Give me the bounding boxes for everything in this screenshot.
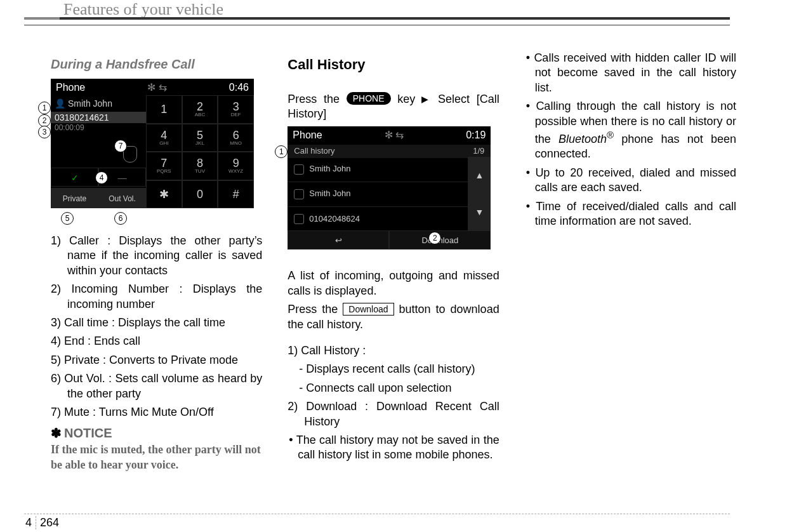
keypad: 1 2ABC 3DEF 4GHI 5JKL 6MNO 7PQRS 8TUV 9W… <box>146 95 254 208</box>
handsfree-screenshot: Phone ✻ ⇆ 0:46 👤 Smith John 03180214621 … <box>51 79 254 208</box>
callout-4: 4 <box>95 171 108 184</box>
column-3: Calls received with hidden caller ID wil… <box>525 51 736 488</box>
content-columns: During a Handsfree Call Phone ✻ ⇆ 0:46 👤… <box>51 51 736 488</box>
col1-heading: During a Handsfree Call <box>51 56 262 72</box>
accept-icon: ✓ <box>51 168 98 187</box>
col2-p2: A list of incoming, outgoing and missed … <box>288 269 499 298</box>
col3-b1: Calls received with hidden caller ID wil… <box>525 51 736 95</box>
scroll-down-icon: ▼ <box>468 194 491 230</box>
col2-item-1a: - Displays recent calls (call history) <box>299 362 499 376</box>
col1-item-2: 2) Incoming Number : Displays the incomi… <box>51 282 262 312</box>
phone-time: 00:00:09 <box>51 123 146 133</box>
col1-item-7: 7) Mute : Turns Mic Mute On/Off <box>51 405 262 420</box>
phone2-title: Phone <box>293 129 322 142</box>
header-title: Features of your vehicle <box>63 0 223 19</box>
notice-label: ✽NOTICE <box>51 425 262 441</box>
col2-p3: Press the Download button to download th… <box>288 302 499 332</box>
col1-item-3: 3) Call time : Displays the call time <box>51 316 262 330</box>
col3-b2: Calling through the call history is not … <box>525 99 736 162</box>
history-item-3: 01042048624 <box>309 214 360 225</box>
history-item-2: Smith John <box>309 189 350 199</box>
col1-item-1: 1) Caller : Displays the other party’s n… <box>51 234 262 278</box>
col1-item-5: 5) Private : Converts to Private mode <box>51 353 262 368</box>
col1-list: 1) Caller : Displays the other party’s n… <box>51 234 262 420</box>
col1-item-6: 6) Out Vol. : Sets call volume as heard … <box>51 371 262 401</box>
column-2: Call History Press the PHONE key ▶ Selec… <box>288 51 499 488</box>
phone-number: 03180214621 <box>51 112 146 123</box>
footer-rule <box>24 514 730 514</box>
notice-body: If the mic is muted, the other party wil… <box>51 442 262 472</box>
col3-bullets: Calls received with hidden caller ID wil… <box>525 51 736 229</box>
download-box: Download <box>343 303 394 316</box>
col2-bullet-1: The call history may not be saved in the… <box>288 433 499 463</box>
col2-p1: Press the PHONE key ▶ Select [Call Histo… <box>288 92 499 122</box>
callhistory-screenshot: Phone ✻ ⇆ 0:19 Call history 1/9 Smith Jo… <box>288 126 491 249</box>
callhistory-label: Call history <box>294 146 334 157</box>
callout-1: 1 <box>38 102 51 114</box>
col2-item-1: 1) Call History : <box>288 343 499 358</box>
scroll-up-icon: ▲ <box>468 157 491 194</box>
phone-key-pill: PHONE <box>347 92 391 105</box>
col2-list: 1) Call History : <box>288 343 499 358</box>
col2-item-2: 2) Download : Download Recent Call Histo… <box>288 399 499 429</box>
phone-clock: 0:46 <box>229 81 249 95</box>
history-item-1: Smith John <box>309 164 350 175</box>
phone-title: Phone <box>56 81 85 95</box>
callout-3: 3 <box>38 126 51 138</box>
callout-6: 6 <box>114 212 127 225</box>
back-button: ↩ <box>288 230 389 249</box>
col3-b3: Up to 20 received, dialed and missed cal… <box>525 166 736 196</box>
col2-heading: Call History <box>288 56 499 74</box>
callhistory-page: 1/9 <box>473 146 484 157</box>
phone-caller: Smith John <box>68 98 112 109</box>
manual-page: Features of your vehicle During a Handsf… <box>0 0 787 532</box>
footer-page: 4264 <box>25 516 59 529</box>
col1-item-4: 4) End : Ends call <box>51 334 262 349</box>
private-button: Private <box>51 188 98 208</box>
header-rule <box>24 17 730 25</box>
column-1: During a Handsfree Call Phone ✻ ⇆ 0:46 👤… <box>51 51 262 488</box>
col2-item-1b: - Connects call upon selection <box>299 381 499 396</box>
callout-7: 7 <box>114 140 127 152</box>
callout2-1: 1 <box>275 145 288 158</box>
outvol-button: Out Vol. <box>98 188 146 208</box>
col3-b4: Time of received/dialed calls and call t… <box>525 199 736 229</box>
callout-5: 5 <box>61 212 74 225</box>
callout-2: 2 <box>38 114 51 127</box>
phone2-clock: 0:19 <box>466 129 486 142</box>
